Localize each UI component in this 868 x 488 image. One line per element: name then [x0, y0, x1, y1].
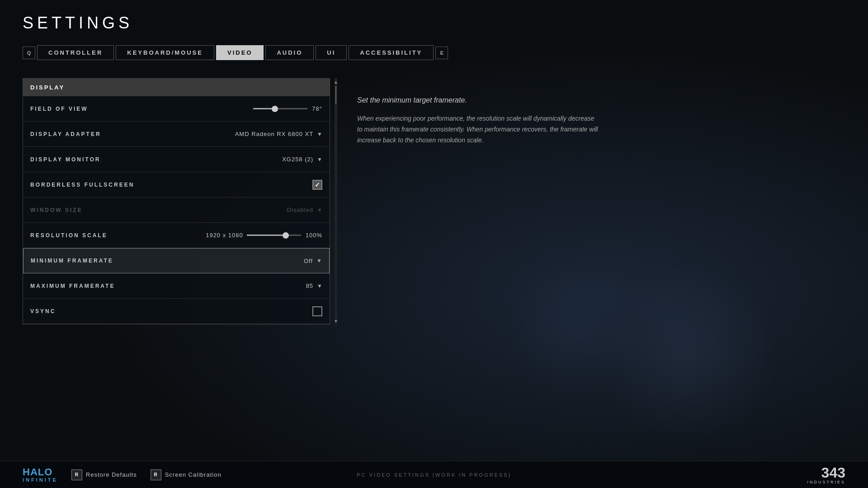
page-title: SETTINGS: [23, 14, 845, 33]
monitor-value-text: XG258 (2): [282, 156, 313, 163]
resolution-value-text: 100%: [306, 232, 322, 239]
scroll-arrow-down[interactable]: ▼: [335, 317, 337, 324]
setting-row-vsync[interactable]: VSYNC: [23, 299, 330, 324]
tab-ui[interactable]: UI: [316, 45, 347, 60]
setting-row-max-framerate[interactable]: MAXIMUM FRAMERATE 85 ▼: [23, 273, 330, 299]
adapter-value-text: AMD Radeon RX 6800 XT: [235, 131, 313, 137]
scroll-arrow-up[interactable]: ▲: [335, 78, 337, 85]
resolution-res-text: 868 x 488: [206, 232, 243, 239]
setting-value-max-framerate[interactable]: 85 ▼: [306, 282, 322, 289]
info-body: When experiencing poor performance, the …: [357, 113, 601, 145]
setting-row-field-of-view[interactable]: FIELD OF VIEW 78°: [23, 96, 330, 122]
tab-navigation: Q CONTROLLER KEYBOARD/MOUSE VIDEO AUDIO …: [23, 45, 845, 60]
setting-row-min-framerate[interactable]: MINIMUM FRAMERATE Off ▼: [23, 248, 330, 273]
setting-value-fov[interactable]: 78°: [253, 105, 322, 112]
setting-label-monitor: DISPLAY MONITOR: [30, 156, 100, 163]
settings-panel: DISPLAY FIELD OF VIEW 78°: [23, 78, 330, 324]
monitor-dropdown-arrow: ▼: [317, 156, 322, 163]
borderless-checkbox[interactable]: [312, 180, 322, 190]
max-framerate-value-text: 85: [306, 282, 313, 289]
tab-keyboard[interactable]: KEYBOARD/MOUSE: [116, 45, 214, 60]
setting-value-vsync[interactable]: [312, 306, 322, 316]
tab-right-key: E: [435, 47, 448, 59]
setting-value-adapter[interactable]: AMD Radeon RX 6800 XT ▼: [235, 131, 322, 137]
setting-value-borderless[interactable]: [312, 180, 322, 190]
tab-left-key: Q: [23, 47, 35, 59]
tab-video[interactable]: VIDEO: [216, 45, 264, 60]
info-title: Set the minimum target framerate.: [357, 96, 601, 104]
tab-audio[interactable]: AUDIO: [265, 45, 314, 60]
min-framerate-value-text: Off: [304, 258, 313, 264]
setting-row-display-adapter[interactable]: DISPLAY ADAPTER AMD Radeon RX 6800 XT ▼: [23, 122, 330, 147]
max-framerate-dropdown-arrow: ▼: [317, 283, 322, 289]
setting-label-min-framerate: MINIMUM FRAMERATE: [31, 258, 113, 264]
setting-row-resolution-scale[interactable]: RESOLUTION SCALE 868 x 488 100%: [23, 223, 330, 248]
resolution-slider-track[interactable]: [247, 235, 301, 236]
setting-row-window-size: WINDOW SIZE Disabled ▼: [23, 197, 330, 223]
setting-value-min-framerate[interactable]: Off ▼: [304, 258, 322, 264]
setting-value-monitor[interactable]: XG258 (2) ▼: [282, 156, 322, 163]
window-size-value-text: Disabled: [287, 206, 314, 213]
fov-slider-track[interactable]: [253, 108, 307, 109]
scroll-indicator[interactable]: ▲ ▼: [335, 78, 337, 324]
setting-label-max-framerate: MAXIMUM FRAMERATE: [30, 283, 115, 289]
setting-value-resolution[interactable]: 868 x 488 100%: [206, 232, 322, 239]
vsync-checkbox[interactable]: [312, 306, 322, 316]
tab-controller[interactable]: CONTROLLER: [37, 45, 114, 60]
setting-label-borderless: BORDERLESS FULLSCREEN: [30, 182, 134, 188]
setting-label-vsync: VSYNC: [30, 308, 56, 314]
adapter-dropdown-arrow: ▼: [317, 131, 322, 137]
setting-label-adapter: DISPLAY ADAPTER: [30, 131, 101, 137]
setting-value-window-size: Disabled ▼: [287, 206, 322, 213]
info-panel: Set the minimum target framerate. When e…: [357, 78, 601, 145]
window-size-dropdown-arrow: ▼: [317, 207, 322, 213]
setting-row-borderless[interactable]: BORDERLESS FULLSCREEN: [23, 172, 330, 197]
setting-label-fov: FIELD OF VIEW: [30, 106, 88, 112]
section-header-display: DISPLAY: [23, 79, 330, 96]
fov-value-text: 78°: [312, 105, 322, 112]
setting-label-resolution: RESOLUTION SCALE: [30, 232, 108, 239]
setting-row-display-monitor[interactable]: DISPLAY MONITOR XG258 (2) ▼: [23, 147, 330, 172]
setting-label-window-size: WINDOW SIZE: [30, 207, 83, 213]
tab-accessibility[interactable]: ACCESSIBILITY: [349, 45, 434, 60]
min-framerate-dropdown-arrow: ▼: [316, 258, 322, 264]
